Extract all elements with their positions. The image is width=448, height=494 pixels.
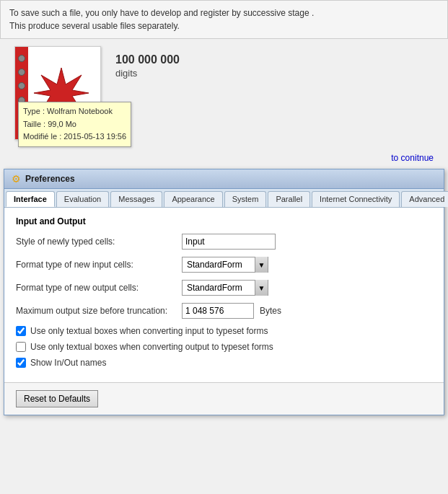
- tab-system[interactable]: System: [224, 191, 267, 207]
- tab-messages[interactable]: Messages: [110, 191, 162, 207]
- tabs-bar: Interface Evaluation Messages Appearance…: [4, 189, 444, 208]
- preferences-title: Preferences: [25, 174, 75, 184]
- preferences-footer: Reset to Defaults: [4, 382, 444, 415]
- format-input-arrow[interactable]: ▼: [255, 257, 268, 273]
- file-icon-wrapper: Type : Wolfram Notebook Taille : 99,0 Mo…: [14, 46, 101, 140]
- preferences-content: Input and Output Style of newly typed ce…: [4, 208, 444, 382]
- reset-button[interactable]: Reset to Defaults: [16, 390, 98, 407]
- info-line1: To save such a file, you only have to de…: [9, 8, 314, 18]
- format-output-select[interactable]: StandardForm ▼: [182, 280, 268, 296]
- format-output-arrow[interactable]: ▼: [255, 280, 268, 296]
- format-input-label: Format type of new input cells:: [16, 260, 182, 270]
- checkbox-row-3: Show In/Out names: [16, 358, 432, 368]
- format-output-row: Format type of new output cells: Standar…: [16, 280, 432, 296]
- section-title: Input and Output: [16, 216, 432, 226]
- checkbox-row-2: Use only textual boxes when converting o…: [16, 342, 432, 352]
- tab-parallel[interactable]: Parallel: [268, 191, 310, 207]
- bytes-label: Bytes: [260, 306, 281, 316]
- tab-interface[interactable]: Interface: [6, 191, 55, 207]
- tab-evaluation[interactable]: Evaluation: [56, 191, 109, 207]
- checkbox-input-textual-output[interactable]: [16, 342, 26, 352]
- format-input-row: Format type of new input cells: Standard…: [16, 257, 432, 273]
- info-banner: To save such a file, you only have to de…: [0, 0, 448, 39]
- file-tooltip: Type : Wolfram Notebook Taille : 99,0 Mo…: [18, 102, 131, 147]
- spine-ring-1: [18, 55, 25, 62]
- format-output-label: Format type of new output cells:: [16, 283, 182, 293]
- checkbox-label-1: Use only textual boxes when converting i…: [30, 326, 268, 336]
- file-info: 100 000 000 digits: [115, 46, 180, 79]
- digits-count: 100 000 000: [115, 53, 180, 66]
- tooltip-type: Type : Wolfram Notebook: [23, 105, 126, 118]
- tab-appearance[interactable]: Appearance: [164, 191, 222, 207]
- file-preview-area: Type : Wolfram Notebook Taille : 99,0 Mo…: [0, 39, 448, 147]
- tooltip-modified: Modifié le : 2015-05-13 19:56: [23, 131, 126, 144]
- checkbox-input-show-inout[interactable]: [16, 358, 26, 368]
- digits-label: digits: [115, 68, 137, 79]
- tab-internet[interactable]: Internet Connectivity: [312, 191, 400, 207]
- format-input-select[interactable]: StandardForm ▼: [182, 257, 268, 273]
- continue-link[interactable]: to conitnue: [0, 147, 448, 169]
- max-output-input[interactable]: [182, 303, 254, 319]
- spine-ring-3: [18, 82, 25, 89]
- continue-text[interactable]: to conitnue: [391, 153, 434, 163]
- checkbox-label-3: Show In/Out names: [30, 358, 106, 368]
- style-label: Style of newly typed cells:: [16, 237, 182, 247]
- gear-icon: ⚙: [12, 173, 21, 185]
- max-output-row: Maximum output size before truncation: B…: [16, 303, 432, 319]
- tooltip-size: Taille : 99,0 Mo: [23, 118, 126, 131]
- info-line2: This produce several usable files separa…: [9, 21, 180, 31]
- preferences-titlebar: ⚙ Preferences: [4, 169, 444, 189]
- max-output-label: Maximum output size before truncation:: [16, 306, 182, 316]
- format-output-value: StandardForm: [183, 281, 255, 294]
- preferences-window: ⚙ Preferences Interface Evaluation Messa…: [4, 169, 444, 415]
- style-row: Style of newly typed cells:: [16, 234, 432, 250]
- tab-advanced[interactable]: Advanced: [401, 191, 448, 207]
- format-input-value: StandardForm: [183, 258, 255, 271]
- checkbox-input-textual-input[interactable]: [16, 326, 26, 336]
- checkbox-label-2: Use only textual boxes when converting o…: [30, 342, 273, 352]
- style-input[interactable]: [182, 234, 276, 250]
- spine-ring-2: [18, 69, 25, 76]
- checkbox-row-1: Use only textual boxes when converting i…: [16, 326, 432, 336]
